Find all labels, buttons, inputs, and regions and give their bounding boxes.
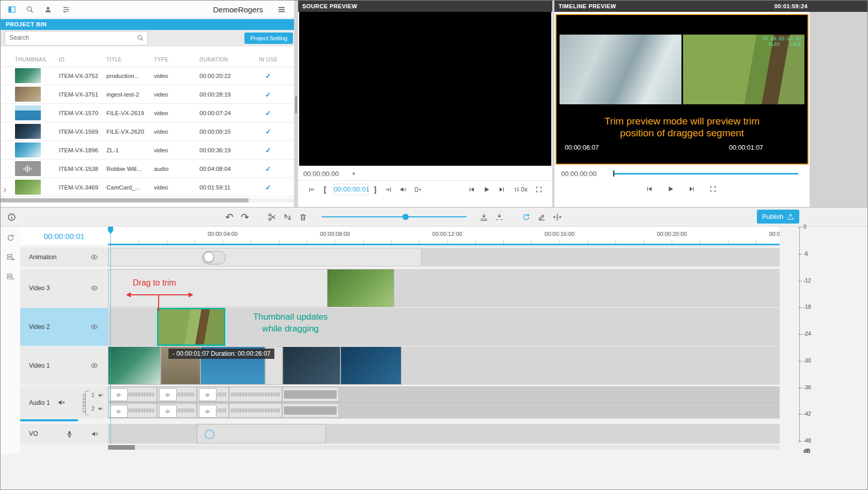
timeline-scrubber[interactable] [613,170,798,177]
timeline-clip[interactable] [340,346,401,385]
in-use-check: ✓ [259,128,294,136]
chevron-down-icon[interactable]: ▾ [352,170,355,177]
publish-button[interactable]: Publish [757,210,799,224]
info-button[interactable] [4,209,19,225]
scrubber-handle[interactable] [613,170,614,177]
audio-clip[interactable] [197,403,229,418]
overwrite-edit-button[interactable] [491,209,507,225]
panel-resize-handle[interactable] [294,1,298,207]
mark-out-button[interactable]: ] [370,183,380,196]
fullscreen-button[interactable] [706,183,720,195]
track-label: Video 1 [29,362,87,369]
layout-panels-button[interactable] [5,3,19,16]
skip-forward-button[interactable] [495,183,508,196]
clip-title: ZL-1 [106,147,154,153]
cut-button[interactable] [264,209,280,225]
audio-clip[interactable] [108,403,157,418]
track-visibility-toggle[interactable] [87,284,102,292]
sync-button[interactable] [518,209,534,225]
bin-row[interactable]: ITEM-VX-1538Robbie Will...audio00:04:08:… [1,160,294,178]
redo-button[interactable]: ↷ [237,209,253,225]
clip-id: ITEM-VX-1570 [59,110,106,116]
timeline-clip[interactable] [327,269,394,307]
send-to-timeline-button[interactable] [411,183,425,196]
bin-row[interactable]: ITEM-VX-3469CamCard_...video00:01:59:11✓ [1,178,294,197]
clip-id: ITEM-VX-1538 [59,166,106,172]
clip-title: FILE-VX-2620 [106,129,154,135]
bin-search-row: Project Setting [1,30,294,46]
timeline-ruler[interactable]: 00:00:04:0000:00:08:0000:00:12:0000:00:1… [108,227,780,245]
volume-button[interactable] [396,183,410,196]
audio-clip[interactable] [157,387,197,402]
clip-type: video [154,91,199,98]
undo-button[interactable]: ↶ [222,209,237,225]
audio-clip[interactable] [229,403,282,418]
audio-clip[interactable] [157,403,197,418]
record-voiceover-button[interactable] [63,430,76,438]
skip-forward-button[interactable] [685,183,699,195]
playback-speed-control[interactable]: 0x [510,183,531,196]
trim-mode-button[interactable] [549,209,565,225]
channel-bracket [85,391,89,415]
channel-2-label: 2 [91,406,95,412]
track-audio1: Audio 1 STEREO 1 2 [1,386,780,419]
clip-thumbnail [15,180,59,195]
bin-row[interactable]: ITEM-VX-1569FILE-VX-2620video00:00:09:15… [1,122,294,141]
zoom-slider[interactable] [322,209,467,225]
timeline-clip[interactable] [283,346,340,385]
scrollbar-thumb[interactable] [108,445,135,450]
track-visibility-toggle[interactable] [87,361,102,370]
fader-track[interactable] [799,228,800,442]
fullscreen-button[interactable] [532,183,546,196]
goto-in-button[interactable] [305,183,319,196]
clip-title: CamCard_... [106,184,154,191]
timeline-clip[interactable] [108,346,161,385]
bin-row[interactable]: ITEM-VX-1896ZL-1video00:00:36:19✓ [1,141,294,160]
bin-row[interactable]: ITEM-VX-3751ingest-test-2video00:00:28:1… [1,85,294,104]
timeline-clip[interactable] [157,308,225,346]
slider-knob[interactable] [402,214,409,220]
source-timecode-field[interactable]: 00:00:00:01 [333,184,368,195]
clip-thumbnail [15,87,59,102]
track-visibility-toggle[interactable] [87,323,102,331]
delete-button[interactable] [295,209,311,225]
playhead[interactable] [108,227,113,234]
search-box[interactable] [5,31,148,45]
menu-button[interactable] [274,3,289,16]
bin-row[interactable]: ITEM-VX-1570FILE-VX-2619video00:00:07:24… [1,104,294,122]
mark-in-button[interactable]: [ [320,183,330,196]
timeline-horizontal-scrollbar[interactable] [108,445,780,450]
goto-out-button[interactable] [381,183,395,196]
animation-toggle[interactable] [202,251,226,264]
play-button[interactable] [480,183,493,196]
unlink-button[interactable] [280,209,295,225]
mute-button[interactable] [54,398,68,407]
search-input[interactable] [5,31,137,44]
thumbnail-updates-annotation: Thumbnail updates while dragging [231,311,350,335]
bin-row[interactable]: ITEM-VX-3752production...video00:00:20:2… [1,67,294,85]
razor-button[interactable] [534,209,549,225]
audio-clip[interactable] [282,403,339,418]
animation-segment[interactable] [108,248,422,266]
user-workflow-button[interactable] [41,3,55,16]
audio-clip[interactable] [197,387,229,402]
skip-back-button[interactable] [465,183,478,196]
audio-clip[interactable] [282,387,339,402]
audio-clip[interactable] [108,387,157,402]
audio-clip[interactable] [229,387,282,402]
skip-back-button[interactable] [643,183,656,195]
ruler-label: 00:00:12:00 [432,231,462,237]
timeline-clip[interactable] [197,424,326,444]
play-button[interactable] [664,183,677,195]
settings-sliders-button[interactable] [59,3,73,16]
track-visibility-toggle[interactable] [87,253,102,261]
project-setting-button[interactable]: Project Setting [244,33,293,44]
insert-edit-button[interactable] [476,209,491,225]
vo-volume-button[interactable] [88,430,102,438]
expand-row-icon[interactable] [1,186,8,196]
in-use-check: ✓ [259,183,294,192]
ruler-row: 00:00:00:01 00:00:04:0000:00:08:0000:00:… [1,227,780,245]
bin-horizontal-scrollbar[interactable] [1,198,294,202]
search-button[interactable] [23,3,37,16]
scrollbar-thumb[interactable] [1,198,249,202]
